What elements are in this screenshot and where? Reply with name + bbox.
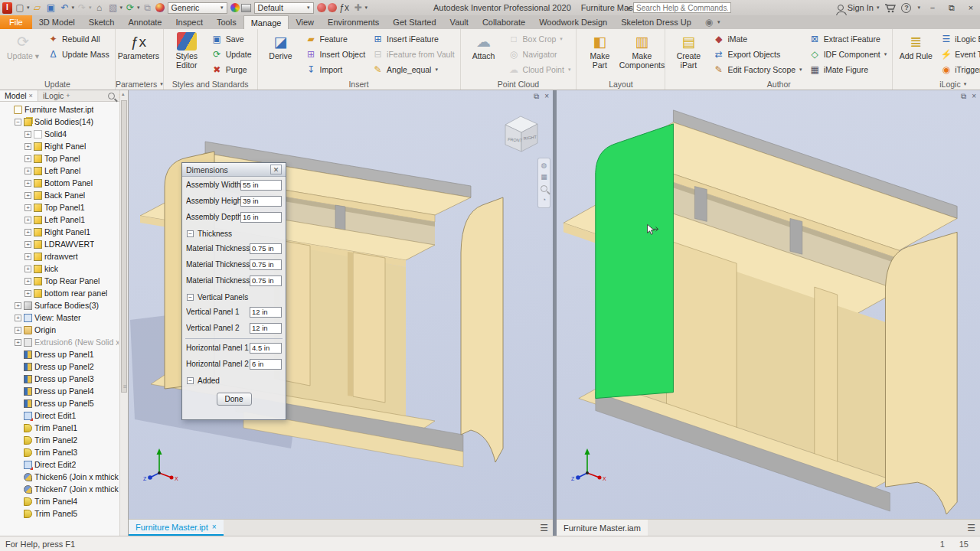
expand-icon[interactable]: +: [24, 290, 31, 297]
nav-zoom-icon[interactable]: [541, 185, 547, 192]
derive-button[interactable]: ◪Derive: [261, 31, 301, 78]
fx-button[interactable]: ƒx: [338, 1, 351, 15]
attach-button[interactable]: ☁Attach: [464, 31, 504, 78]
update-big-button[interactable]: ⟳Update ▾: [3, 31, 43, 78]
nav-orbit-icon[interactable]: ◔: [542, 197, 546, 204]
make-part-button[interactable]: ◧Make Part: [580, 31, 619, 78]
insert-object-button[interactable]: ⊞Insert Object: [303, 47, 368, 62]
tree-item-left-panel[interactable]: +Left Panel: [2, 165, 119, 177]
expand-icon[interactable]: +: [24, 168, 31, 174]
close-icon[interactable]: ×: [29, 92, 33, 99]
tree-item-top-panel1[interactable]: +Top Panel1: [2, 201, 119, 214]
tab-view[interactable]: View: [289, 15, 321, 29]
tree-item-view-master[interactable]: +View: Master: [2, 311, 119, 324]
angle-equal-button[interactable]: ✎Angle_equal▾: [370, 62, 457, 77]
added-collapse-icon[interactable]: −: [187, 377, 194, 384]
new-file-button[interactable]: ▢▾: [14, 1, 30, 15]
adjust-sphere-red-button[interactable]: [317, 1, 326, 15]
close-button[interactable]: ×: [964, 3, 978, 12]
tree-item-dress-up-panel1[interactable]: Dress up Panel1: [2, 348, 119, 360]
dialog-close-button[interactable]: ✕: [270, 165, 282, 174]
chevron-down-icon[interactable]: ▾: [220, 5, 224, 11]
tree-item-top-rear-panel[interactable]: +Top Rear Panel: [2, 275, 119, 287]
tree-item-direct-edit1[interactable]: Direct Edit1: [2, 409, 119, 422]
tree-item-top-panel[interactable]: +Top Panel: [2, 152, 119, 165]
tree-item-dress-up-panel5[interactable]: Dress up Panel5: [2, 397, 119, 409]
home-button[interactable]: ⌂: [93, 1, 106, 15]
browser-tab-model[interactable]: Model×: [0, 90, 38, 101]
tree-item-rdrawvert[interactable]: +rdrawvert: [2, 250, 119, 262]
import-button[interactable]: ↧Import: [303, 62, 368, 77]
expand-icon[interactable]: +: [24, 204, 31, 211]
tab-options[interactable]: ◉▾: [698, 15, 725, 29]
tree-item-dress-up-panel4[interactable]: Dress up Panel4: [2, 385, 119, 397]
tab-get-started[interactable]: Get Started: [386, 15, 443, 29]
imate-figure-button[interactable]: ▦iMate Figure: [807, 62, 890, 77]
vertical-panel-2-field[interactable]: [250, 323, 282, 334]
tree-item-origin[interactable]: +Origin: [2, 324, 119, 336]
ilogic-browser-button[interactable]: ☰iLogic Browser: [938, 31, 980, 47]
material-select[interactable]: Generic▾: [168, 2, 227, 14]
chevron-down-icon[interactable]: ▾: [160, 81, 163, 87]
chevron-down-icon[interactable]: ▾: [964, 81, 967, 87]
viewport-assembly-canvas[interactable]: ⧉ × X Z: [557, 90, 980, 519]
cart-icon[interactable]: [884, 3, 896, 13]
view-cube[interactable]: FRONT RIGHT: [498, 110, 544, 158]
expand-icon[interactable]: +: [24, 155, 31, 162]
tab-file[interactable]: File: [0, 15, 32, 29]
chevron-down-icon[interactable]: ▾: [560, 36, 563, 42]
tree-item-extrusion6-new-solid-x-depth[interactable]: +Extrusion6 (New Solid x depth): [2, 336, 119, 348]
nav-wheel-icon[interactable]: ◍: [541, 162, 547, 169]
chevron-down-icon[interactable]: ▾: [137, 5, 140, 11]
tree-item-trim-panel3[interactable]: Trim Panel3: [2, 446, 119, 458]
material-sphere-button[interactable]: [155, 1, 165, 15]
viewport-assembly[interactable]: ⧉ × X Z: [557, 90, 980, 519]
event-triggers-button[interactable]: ⚡Event Triggers: [938, 47, 980, 62]
selection-pair-button[interactable]: ⧉: [142, 1, 154, 15]
tab-annotate[interactable]: Annotate: [121, 15, 168, 29]
vertical-panels-collapse-icon[interactable]: −: [187, 294, 194, 301]
help-icon[interactable]: ?: [901, 3, 911, 13]
tree-item-furniture-master-ipt[interactable]: Furniture Master.ipt: [2, 103, 119, 116]
browser-tab-ilogic[interactable]: iLogic+: [38, 90, 75, 101]
tree-item-right-panel[interactable]: +Right Panel: [2, 140, 119, 152]
document-tab-close-icon[interactable]: ×: [212, 523, 217, 531]
tree-item-solid-bodies-14[interactable]: −Solid Bodies(14): [2, 116, 119, 128]
expand-icon[interactable]: +: [15, 327, 21, 334]
tabbar-menu-icon[interactable]: ☰: [962, 523, 980, 533]
ifeature-vault-button[interactable]: ⊟iFeature from Vault: [370, 47, 457, 62]
tree-item-surface-bodies-3[interactable]: +Surface Bodies(3): [2, 299, 119, 311]
sign-in-button[interactable]: Sign In ▾: [838, 3, 880, 12]
export-objects-button[interactable]: ⇄Export Objects: [710, 47, 804, 62]
chevron-down-icon[interactable]: ▾: [365, 5, 368, 11]
nav-pan-icon[interactable]: ▦: [541, 174, 547, 181]
viewport-restore-icon[interactable]: ⧉: [534, 92, 539, 101]
insert-ifeature-button[interactable]: ⊞Insert iFeature: [370, 31, 457, 47]
expand-icon[interactable]: +: [15, 302, 21, 309]
viewport-part-canvas[interactable]: ⧉ × FRONT RIGHT ◍ ▦ ◔ X: [129, 90, 553, 519]
tab-sketch[interactable]: Sketch: [82, 15, 122, 29]
tree-item-trim-panel2[interactable]: Trim Panel2: [2, 434, 119, 446]
expand-icon[interactable]: +: [24, 192, 31, 199]
chevron-down-icon[interactable]: ▾: [72, 5, 75, 11]
redo-button[interactable]: ↷▾: [76, 1, 92, 15]
chevron-down-icon[interactable]: ▾: [27, 5, 30, 11]
viewport-close-icon[interactable]: ×: [544, 92, 549, 101]
capture-button[interactable]: ▧▾: [107, 1, 123, 15]
tab-collaborate[interactable]: Collaborate: [475, 15, 532, 29]
expand-icon[interactable]: +: [24, 143, 31, 150]
tab-manage[interactable]: Manage: [243, 15, 289, 29]
color-wheel-button[interactable]: [230, 1, 240, 15]
highlighted-left-panel[interactable]: [596, 124, 674, 399]
search-expand-icon[interactable]: ▸: [628, 5, 631, 11]
extract-ifeature-button[interactable]: ⊠Extract iFeature: [807, 31, 890, 47]
itrigger-button[interactable]: ◉iTrigger: [938, 62, 980, 77]
thickness-collapse-icon[interactable]: −: [187, 230, 194, 237]
expand-icon[interactable]: +: [24, 217, 31, 223]
tree-item-solid4[interactable]: +Solid4: [2, 128, 119, 140]
cabinet-model-assembly[interactable]: [557, 90, 980, 519]
expand-icon[interactable]: +: [24, 253, 31, 260]
chevron-down-icon[interactable]: ▾: [89, 5, 92, 11]
expand-icon[interactable]: +: [15, 339, 21, 346]
box-crop-button[interactable]: □Box Crop▾: [506, 31, 573, 47]
